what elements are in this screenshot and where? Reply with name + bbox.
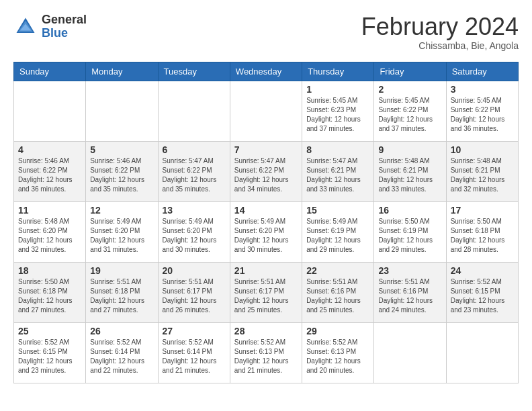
month-title: February 2024	[361, 13, 519, 40]
day-cell: 19Sunrise: 5:51 AM Sunset: 6:18 PM Dayli…	[86, 262, 158, 322]
day-info: Sunrise: 5:47 AM Sunset: 6:22 PM Dayligh…	[234, 156, 298, 194]
logo: General Blue	[13, 13, 87, 40]
day-cell: 28Sunrise: 5:52 AM Sunset: 6:13 PM Dayli…	[230, 322, 302, 383]
day-number: 19	[90, 265, 153, 276]
day-info: Sunrise: 5:45 AM Sunset: 6:22 PM Dayligh…	[451, 96, 514, 134]
day-cell: 17Sunrise: 5:50 AM Sunset: 6:18 PM Dayli…	[446, 201, 518, 262]
day-number: 5	[90, 144, 153, 155]
day-info: Sunrise: 5:51 AM Sunset: 6:18 PM Dayligh…	[90, 277, 153, 315]
day-info: Sunrise: 5:49 AM Sunset: 6:20 PM Dayligh…	[234, 217, 298, 255]
day-info: Sunrise: 5:51 AM Sunset: 6:16 PM Dayligh…	[306, 277, 369, 315]
header-wednesday: Wednesday	[230, 62, 302, 81]
day-cell	[230, 81, 302, 141]
day-cell: 26Sunrise: 5:52 AM Sunset: 6:14 PM Dayli…	[86, 322, 158, 383]
day-cell: 14Sunrise: 5:49 AM Sunset: 6:20 PM Dayli…	[230, 201, 302, 262]
header-thursday: Thursday	[302, 62, 374, 81]
day-cell: 24Sunrise: 5:52 AM Sunset: 6:15 PM Dayli…	[446, 262, 518, 322]
day-cell: 3Sunrise: 5:45 AM Sunset: 6:22 PM Daylig…	[446, 81, 518, 141]
header-monday: Monday	[86, 62, 158, 81]
day-number: 12	[90, 205, 153, 216]
day-info: Sunrise: 5:47 AM Sunset: 6:21 PM Dayligh…	[306, 156, 369, 194]
day-cell: 25Sunrise: 5:52 AM Sunset: 6:15 PM Dayli…	[14, 322, 86, 383]
week-row-2: 4Sunrise: 5:46 AM Sunset: 6:22 PM Daylig…	[14, 141, 519, 201]
day-cell: 27Sunrise: 5:52 AM Sunset: 6:14 PM Dayli…	[158, 322, 230, 383]
day-info: Sunrise: 5:47 AM Sunset: 6:22 PM Dayligh…	[163, 156, 226, 194]
day-number: 1	[306, 84, 369, 95]
day-cell: 6Sunrise: 5:47 AM Sunset: 6:22 PM Daylig…	[158, 141, 230, 201]
day-info: Sunrise: 5:50 AM Sunset: 6:18 PM Dayligh…	[451, 217, 514, 255]
day-cell: 1Sunrise: 5:45 AM Sunset: 6:23 PM Daylig…	[302, 81, 374, 141]
day-cell	[446, 322, 518, 383]
day-info: Sunrise: 5:52 AM Sunset: 6:15 PM Dayligh…	[18, 338, 81, 375]
day-number: 11	[18, 205, 81, 216]
day-cell: 7Sunrise: 5:47 AM Sunset: 6:22 PM Daylig…	[230, 141, 302, 201]
week-row-3: 11Sunrise: 5:48 AM Sunset: 6:20 PM Dayli…	[14, 201, 519, 262]
day-number: 9	[378, 144, 441, 155]
day-info: Sunrise: 5:50 AM Sunset: 6:19 PM Dayligh…	[378, 217, 441, 255]
day-info: Sunrise: 5:49 AM Sunset: 6:20 PM Dayligh…	[163, 217, 226, 255]
day-number: 29	[306, 326, 369, 336]
week-row-4: 18Sunrise: 5:50 AM Sunset: 6:18 PM Dayli…	[14, 262, 519, 322]
day-cell: 16Sunrise: 5:50 AM Sunset: 6:19 PM Dayli…	[374, 201, 446, 262]
day-info: Sunrise: 5:45 AM Sunset: 6:22 PM Dayligh…	[378, 96, 441, 134]
day-number: 17	[451, 205, 514, 216]
day-number: 3	[451, 84, 514, 95]
day-cell: 20Sunrise: 5:51 AM Sunset: 6:17 PM Dayli…	[158, 262, 230, 322]
day-number: 13	[163, 205, 226, 216]
day-number: 16	[378, 205, 441, 216]
day-info: Sunrise: 5:49 AM Sunset: 6:20 PM Dayligh…	[90, 217, 153, 255]
day-number: 15	[306, 205, 369, 216]
day-cell: 29Sunrise: 5:52 AM Sunset: 6:13 PM Dayli…	[302, 322, 374, 383]
day-info: Sunrise: 5:49 AM Sunset: 6:19 PM Dayligh…	[306, 217, 369, 255]
day-number: 4	[18, 144, 81, 155]
day-cell	[86, 81, 158, 141]
day-info: Sunrise: 5:52 AM Sunset: 6:13 PM Dayligh…	[234, 338, 298, 375]
day-cell: 9Sunrise: 5:48 AM Sunset: 6:21 PM Daylig…	[374, 141, 446, 201]
header-tuesday: Tuesday	[158, 62, 230, 81]
day-info: Sunrise: 5:52 AM Sunset: 6:14 PM Dayligh…	[90, 338, 153, 375]
day-cell: 4Sunrise: 5:46 AM Sunset: 6:22 PM Daylig…	[14, 141, 86, 201]
day-info: Sunrise: 5:48 AM Sunset: 6:21 PM Dayligh…	[451, 156, 514, 194]
title-block: February 2024 Chissamba, Bie, Angola	[361, 13, 519, 51]
day-cell: 13Sunrise: 5:49 AM Sunset: 6:20 PM Dayli…	[158, 201, 230, 262]
day-number: 2	[378, 84, 441, 95]
logo-general: General	[42, 13, 87, 26]
day-number: 28	[234, 326, 298, 336]
day-number: 14	[234, 205, 298, 216]
logo-icon	[13, 15, 38, 39]
day-info: Sunrise: 5:52 AM Sunset: 6:13 PM Dayligh…	[306, 338, 369, 375]
day-cell: 2Sunrise: 5:45 AM Sunset: 6:22 PM Daylig…	[374, 81, 446, 141]
day-cell: 10Sunrise: 5:48 AM Sunset: 6:21 PM Dayli…	[446, 141, 518, 201]
day-number: 20	[163, 265, 226, 276]
day-info: Sunrise: 5:51 AM Sunset: 6:17 PM Dayligh…	[163, 277, 226, 315]
day-cell: 11Sunrise: 5:48 AM Sunset: 6:20 PM Dayli…	[14, 201, 86, 262]
day-cell: 15Sunrise: 5:49 AM Sunset: 6:19 PM Dayli…	[302, 201, 374, 262]
day-cell: 8Sunrise: 5:47 AM Sunset: 6:21 PM Daylig…	[302, 141, 374, 201]
day-cell	[14, 81, 86, 141]
day-info: Sunrise: 5:52 AM Sunset: 6:15 PM Dayligh…	[451, 277, 514, 315]
day-number: 26	[90, 326, 153, 336]
logo-text: General Blue	[42, 13, 87, 40]
calendar-table: SundayMondayTuesdayWednesdayThursdayFrid…	[13, 62, 519, 383]
day-number: 8	[306, 144, 369, 155]
day-cell: 18Sunrise: 5:50 AM Sunset: 6:18 PM Dayli…	[14, 262, 86, 322]
calendar-header: SundayMondayTuesdayWednesdayThursdayFrid…	[14, 62, 519, 81]
day-number: 24	[451, 265, 514, 276]
day-info: Sunrise: 5:50 AM Sunset: 6:18 PM Dayligh…	[18, 277, 81, 315]
day-info: Sunrise: 5:51 AM Sunset: 6:17 PM Dayligh…	[234, 277, 298, 315]
day-cell: 22Sunrise: 5:51 AM Sunset: 6:16 PM Dayli…	[302, 262, 374, 322]
day-number: 25	[18, 326, 81, 336]
day-info: Sunrise: 5:48 AM Sunset: 6:20 PM Dayligh…	[18, 217, 81, 255]
week-row-5: 25Sunrise: 5:52 AM Sunset: 6:15 PM Dayli…	[14, 322, 519, 383]
location-subtitle: Chissamba, Bie, Angola	[361, 40, 519, 51]
header-saturday: Saturday	[446, 62, 518, 81]
days-row: SundayMondayTuesdayWednesdayThursdayFrid…	[14, 62, 519, 81]
day-cell	[158, 81, 230, 141]
day-number: 22	[306, 265, 369, 276]
day-cell: 21Sunrise: 5:51 AM Sunset: 6:17 PM Dayli…	[230, 262, 302, 322]
day-cell: 23Sunrise: 5:51 AM Sunset: 6:16 PM Dayli…	[374, 262, 446, 322]
logo-blue: Blue	[42, 26, 68, 40]
day-number: 21	[234, 265, 298, 276]
header-sunday: Sunday	[14, 62, 86, 81]
page-header: General Blue February 2024 Chissamba, Bi…	[13, 13, 519, 51]
